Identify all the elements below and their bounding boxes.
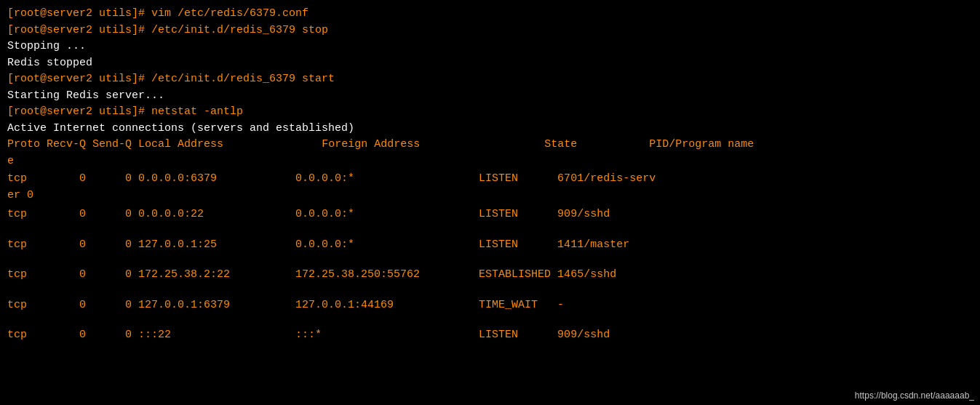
netstat-header: Proto Recv-Q Send-Q Local Address Foreig… bbox=[7, 137, 973, 153]
output-stopping: Stopping ... bbox=[7, 39, 973, 55]
netstat-row-6: tcp 0 0 :::22 :::* LISTEN 909/sshd bbox=[7, 327, 973, 344]
cmd-stop: [root@server2 utils]# /etc/init.d/redis_… bbox=[7, 23, 973, 39]
netstat-header-cont: e bbox=[7, 153, 973, 170]
cmd-start: [root@server2 utils]# /etc/init.d/redis_… bbox=[7, 71, 973, 88]
netstat-row-2: tcp 0 0 0.0.0.0:22 0.0.0.0:* LISTEN 909/… bbox=[7, 206, 973, 223]
cmd-vim: [root@server2 utils]# vim /etc/redis/637… bbox=[7, 6, 973, 23]
netstat-row-4: tcp 0 0 172.25.38.2:22 172.25.38.250:557… bbox=[7, 267, 973, 284]
watermark: https://blog.csdn.net/aaaaaab_ bbox=[855, 390, 974, 401]
output-active-connections: Active Internet connections (servers and… bbox=[7, 121, 973, 137]
output-redis-stopped: Redis stopped bbox=[7, 55, 973, 72]
netstat-row-1: tcp 0 0 0.0.0.0:6379 0.0.0.0:* LISTEN 67… bbox=[7, 171, 973, 188]
netstat-row-3: tcp 0 0 127.0.0.1:25 0.0.0.0:* LISTEN 14… bbox=[7, 237, 973, 254]
cmd-netstat: [root@server2 utils]# netstat -antlp bbox=[7, 104, 973, 121]
netstat-row-1-cont: er 0 bbox=[7, 188, 973, 204]
netstat-row-5: tcp 0 0 127.0.0.1:6379 127.0.0.1:44169 T… bbox=[7, 297, 973, 314]
output-starting: Starting Redis server... bbox=[7, 88, 973, 105]
